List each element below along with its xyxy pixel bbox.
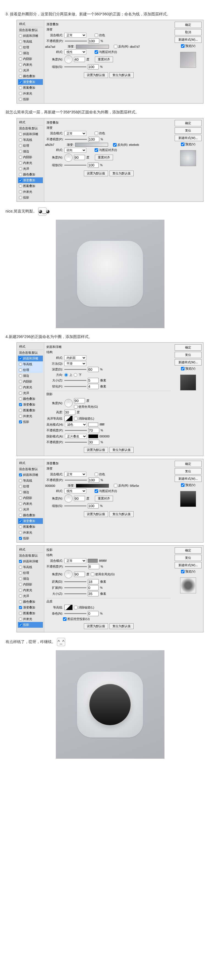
lbl-deg: 度 [86, 57, 89, 62]
result-preview-2 [56, 650, 164, 759]
btn-ok[interactable]: 确定 [175, 22, 202, 28]
emoji-icon-2: ^_^ [57, 638, 65, 646]
style-texture[interactable]: 纹理 [18, 45, 43, 50]
gradient-bar[interactable] [76, 45, 109, 49]
nice-text: nice,简直无鸭梨。◕‿◕ [5, 207, 215, 216]
style-gradientoverlay[interactable]: 渐变叠加 [18, 79, 43, 85]
btn-reset-align[interactable]: 重置对齐 [95, 57, 113, 62]
styles-list: 样式 混合选项:默认 斜面和浮雕 等高线 纹理 描边 内阴影 内发光 光泽 颜色… [17, 20, 44, 103]
pct: % [101, 40, 103, 43]
lbl-reverse: 反向(R) [118, 45, 128, 49]
preview-thumb [180, 52, 196, 68]
angle-knob[interactable] [64, 55, 72, 64]
style-innerglow[interactable]: 内发光 [18, 62, 43, 68]
btn-reset-default[interactable]: 复位为默认值 [109, 72, 134, 78]
lbl-gradient: 渐变: [58, 45, 74, 49]
chk-patternoverlay[interactable] [19, 86, 22, 89]
chk-preview[interactable] [181, 44, 185, 48]
layer-style-dialog-4: 样式 混合选项:默认 斜面和浮雕 等高线 纹理 描边 内阴影 内发光 光泽 颜色… [16, 459, 204, 542]
layer-style-dialog-5: 样式 混合选项:默认 斜面和浮雕 等高线 纹理 描边 内阴影 内发光 光泽 颜色… [16, 545, 204, 632]
step4-text: 4.新建296*296的正圆命名为中圈，添加图层样式。 [5, 334, 215, 340]
styles-list: 样式 混合选项:默认 斜面和浮雕 等高线 纹理 描边 内阴影 内发光 光泽 颜色… [17, 118, 44, 202]
result-preview-1 [56, 220, 164, 328]
chk-texture[interactable] [19, 46, 22, 49]
btn-newstyle[interactable]: 新建样式(W)... [175, 37, 202, 43]
style-stroke[interactable]: 描边 [18, 50, 43, 56]
hex-left: a6a7ad [45, 45, 55, 48]
right-col: 确定 取消 新建样式(W)... 预览(V) [173, 20, 203, 103]
paper-text: 有点样纸了，哎呀，咋继续。^_^ [5, 638, 215, 646]
layer-style-dialog-2: 样式 混合选项:默认 斜面和浮雕 等高线 纹理 描边 内阴影 内发光 光泽 颜色… [16, 118, 204, 202]
chk-reverse[interactable] [114, 45, 117, 48]
step3-text: 3. 接着是外圈部分，这里我们分两层来做。新建一个360*360的正圆；命名为线… [5, 11, 215, 17]
chk-dropshadow[interactable] [19, 98, 22, 101]
panel-subtitle: 渐变 [47, 27, 171, 32]
lbl-blendmode: 混合模式: [47, 33, 63, 37]
chk-dither[interactable] [95, 33, 98, 37]
blend-default[interactable]: 混合选项:默认 [18, 27, 43, 33]
emoji-icon: ◕‿◕ [38, 207, 47, 216]
lbl-scale: 缩放(S): [47, 65, 63, 69]
style-outerglow[interactable]: 外发光 [18, 91, 43, 96]
chk-gradientoverlay[interactable] [19, 80, 22, 83]
lbl-opacity: 不透明度(P): [47, 39, 64, 43]
layer-style-dialog-3: 样式 混合选项:默认 斜面和浮雕 等高线 纹理 描边 内阴影 内发光 光泽 颜色… [16, 342, 204, 456]
panel-title: 渐变叠加 [47, 22, 171, 26]
lbl-dither: 仿色 [99, 33, 105, 37]
inp-angle[interactable] [74, 57, 85, 62]
lbl-style: 样式: [47, 50, 63, 54]
main-panel: 渐变叠加 渐变 混合模式:正常仿色 不透明度(P):% a6a7ad渐变:反向(… [44, 20, 173, 103]
sel-style[interactable]: 线性 [64, 49, 86, 54]
inp-scale[interactable] [88, 64, 99, 70]
style-contour[interactable]: 等高线 [18, 39, 43, 45]
chk-innerglow[interactable] [19, 63, 22, 66]
btn-set-default[interactable]: 设置为默认值 [84, 72, 108, 78]
style-coloroverlay[interactable]: 颜色叠加 [18, 73, 43, 79]
step3b-text: 就怎么简单完成一层，再新建一个358*358的正圆命名为外圈，添加图层样式。 [5, 109, 215, 115]
chk-bevel[interactable] [19, 34, 22, 37]
chk-satin[interactable] [19, 69, 22, 72]
style-satin[interactable]: 光泽 [18, 68, 43, 73]
lbl-preview: 预览(V) [185, 44, 196, 48]
btn-cancel[interactable]: 取消 [175, 29, 202, 35]
chk-stroke[interactable] [19, 52, 22, 55]
style-innershadow[interactable]: 内阴影 [18, 56, 43, 62]
sel-blendmode[interactable]: 正常 [64, 33, 86, 38]
style-patternoverlay[interactable]: 图案叠加 [18, 85, 43, 91]
chk-outerglow[interactable] [19, 92, 22, 95]
styles-header: 样式 [18, 21, 43, 27]
lbl-align: 与图层对齐(I) [99, 50, 117, 54]
layer-style-dialog-1: 样式 混合选项:默认 斜面和浮雕 等高线 纹理 描边 内阴影 内发光 光泽 颜色… [16, 20, 204, 103]
chk-coloroverlay[interactable] [19, 75, 22, 78]
inp-opacity[interactable] [88, 38, 99, 44]
chk-align[interactable] [95, 50, 98, 54]
chk-contour[interactable] [19, 40, 22, 43]
chk-innershadow[interactable] [19, 57, 22, 60]
style-bevel[interactable]: 斜面和浮雕 [18, 33, 43, 39]
style-dropshadow[interactable]: 投影 [18, 96, 43, 102]
lbl-angle: 角度(N): [47, 57, 63, 62]
hex-right: dbd7d7 [130, 45, 140, 48]
